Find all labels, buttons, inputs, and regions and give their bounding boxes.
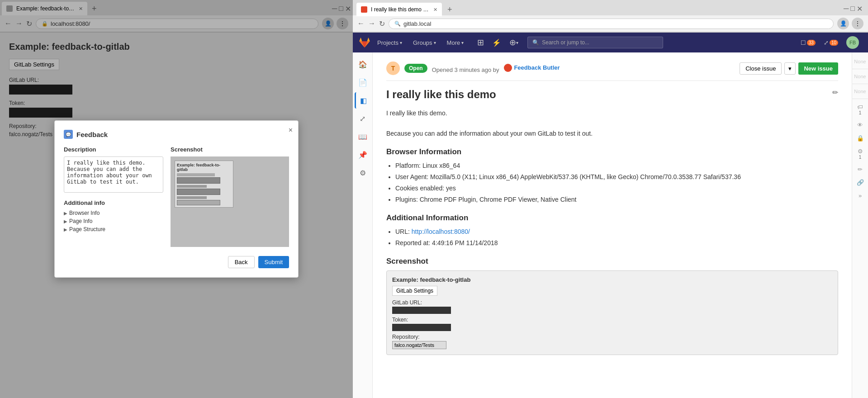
author-avatar <box>504 64 512 72</box>
nav-search-bar[interactable]: 🔍 Search or jump to... <box>527 37 663 48</box>
screenshot-repo-label: Repository: <box>392 334 832 340</box>
screenshot-gitlab-url-label: GitLab URL: <box>392 299 832 306</box>
gitlab-logo[interactable] <box>358 36 371 49</box>
feedback-modal: 💬 Feedback × Description I really like t… <box>54 120 299 278</box>
browser-info-title: Browser Information <box>386 147 838 156</box>
additional-info-url: URL: http://localhost:8080/ <box>395 227 838 237</box>
sidebar-right-none-2: None <box>853 71 868 82</box>
description-textarea[interactable]: I really like this demo. Because you can… <box>64 156 163 193</box>
screenshot-label: Screenshot <box>171 146 289 153</box>
nav-add-icon[interactable]: ⊕ ▾ <box>506 33 522 52</box>
nav-merge-icon[interactable]: ⤢ 10 <box>820 33 842 52</box>
sidebar-right-watch[interactable]: 👁 <box>853 119 868 131</box>
right-tab-active[interactable]: I really like this demo Bec... ✕ <box>356 3 442 16</box>
author-name[interactable]: Feedback Butler <box>514 64 560 71</box>
nav-projects-label: Projects <box>377 39 398 46</box>
menu-icon-right[interactable]: ⋮ <box>852 18 863 29</box>
right-tab-title: I really like this demo Bec... <box>371 6 430 13</box>
issue-meta: Opened 3 minutes ago by Feedback Butler <box>432 64 735 73</box>
window-minimize-right[interactable]: ─ <box>844 5 849 13</box>
browser-info-list: Platform: Linux x86_64 User Agent: Mozil… <box>386 161 838 204</box>
new-issue-button[interactable]: New issue <box>798 62 838 75</box>
nav-right-icons: ☐ 33 ⤢ 10 FB <box>797 33 863 52</box>
page-structure-trigger[interactable]: ▶ Page Structure <box>64 226 163 232</box>
profile-icon-right[interactable]: 👤 <box>837 18 849 29</box>
sidebar-right-lock[interactable]: 🔒 <box>853 132 868 144</box>
page-structure-accordion[interactable]: ▶ Page Structure <box>64 226 163 232</box>
participants-count: 1 <box>859 155 862 160</box>
nav-pipeline-icon[interactable]: ⚡ <box>489 33 505 52</box>
sidebar-right-tags[interactable]: 🏷 1 <box>853 101 868 118</box>
browser-info-arrow: ▶ <box>64 211 67 216</box>
sidebar-merge-icon[interactable]: ⤢ <box>355 110 371 127</box>
nav-projects[interactable]: Projects ▾ <box>373 33 407 52</box>
close-issue-button[interactable]: Close issue <box>740 62 782 75</box>
issue-main-content: T Open Opened 3 minutes ago by Feedback … <box>373 52 852 398</box>
issue-page: 🏠 📄 ◧ ⤢ 📖 📌 ⚙ T Open Opened 3 minutes ag… <box>353 52 868 398</box>
sidebar-issues-icon[interactable]: ◧ <box>355 92 371 109</box>
sidebar-file-icon[interactable]: 📄 <box>355 74 371 90</box>
url-bar-right[interactable]: 🔍 gitlab.local <box>389 19 834 29</box>
submit-button[interactable]: Submit <box>258 256 289 268</box>
sidebar-settings-icon[interactable]: ⚙ <box>355 165 371 181</box>
sidebar-flag-icon[interactable]: 📌 <box>355 147 371 163</box>
forward-button-right[interactable]: → <box>368 19 375 28</box>
sidebar-right-edit[interactable]: ✏ <box>853 163 868 175</box>
url-link[interactable]: http://localhost:8080/ <box>412 228 470 235</box>
nav-groups-chevron: ▾ <box>434 40 436 45</box>
tab-favicon-right <box>361 6 367 13</box>
author-info: Feedback Butler <box>504 64 560 72</box>
issue-body: I really like this demo. Because you can… <box>386 108 838 138</box>
browser-chrome-right: I really like this demo Bec... ✕ + ─ □ ✕… <box>353 0 868 33</box>
sidebar-divider-3 <box>852 99 868 99</box>
nav-issues-icon[interactable]: ☐ 33 <box>797 33 819 52</box>
nav-activity-icon[interactable]: ⊞ <box>474 33 488 52</box>
modal-screenshot-section: Screenshot Example: feedback-to-gitlab <box>171 146 289 247</box>
screenshot-preview-area: Example: feedback-to-gitlab <box>171 156 289 247</box>
screenshot-page-title: Example: feedback-to-gitlab <box>392 276 832 283</box>
right-panel: I really like this demo Bec... ✕ + ─ □ ✕… <box>353 0 868 398</box>
sidebar-home-icon[interactable]: 🏠 <box>355 56 371 72</box>
browser-info-accordion[interactable]: ▶ Browser Info <box>64 210 163 216</box>
refresh-button-right[interactable]: ↻ <box>379 19 385 28</box>
nav-avatar[interactable]: FB <box>843 33 863 52</box>
issues-count: 33 <box>807 40 816 46</box>
tags-icon: 🏷 <box>857 104 863 110</box>
browser-info-item-2: Cookies enabled: yes <box>395 184 838 193</box>
gitlab-navbar: Projects ▾ Groups ▾ More ▾ ⊞ ⚡ ⊕ ▾ 🔍 Sea… <box>353 33 868 52</box>
issue-header-bar: T Open Opened 3 minutes ago by Feedback … <box>386 62 838 81</box>
page-structure-arrow: ▶ <box>64 227 67 232</box>
description-label: Description <box>64 146 163 153</box>
sidebar-collapse-btn[interactable]: » <box>853 190 868 202</box>
nav-more[interactable]: More ▾ <box>442 33 469 52</box>
window-maximize-right[interactable]: □ <box>850 5 855 13</box>
search-placeholder: Search or jump to... <box>542 39 589 46</box>
additional-info-list: URL: http://localhost:8080/ Reported at:… <box>386 227 838 248</box>
sidebar-right-participants[interactable]: ⚙ 1 <box>853 145 868 162</box>
participants-icon: ⚙ <box>858 148 863 155</box>
issue-avatar: T <box>386 62 400 75</box>
back-button-right[interactable]: ← <box>357 19 365 28</box>
screenshot-section-title: Screenshot <box>386 257 838 266</box>
page-info-accordion[interactable]: ▶ Page Info <box>64 218 163 224</box>
back-button[interactable]: Back <box>228 256 255 268</box>
issue-edit-icon[interactable]: ✏ <box>832 88 838 97</box>
additional-info-reported: Reported at: 4:49:16 PM 11/14/2018 <box>395 238 838 248</box>
browser-info-trigger[interactable]: ▶ Browser Info <box>64 210 163 216</box>
url-text-right: gitlab.local <box>403 20 431 27</box>
new-tab-button-right[interactable]: + <box>444 5 456 14</box>
modal-title: Feedback <box>76 131 108 138</box>
issue-dropdown-button[interactable]: ▾ <box>784 62 796 75</box>
page-info-trigger[interactable]: ▶ Page Info <box>64 218 163 224</box>
screenshot-settings-btn[interactable]: GitLab Settings <box>392 286 437 296</box>
right-tab-close[interactable]: ✕ <box>433 7 437 13</box>
modal-body: Description I really like this demo. Bec… <box>64 146 289 247</box>
nav-groups[interactable]: Groups ▾ <box>408 33 441 52</box>
modal-close-button[interactable]: × <box>289 126 293 134</box>
screenshot-token-input <box>392 324 451 331</box>
screenshot-repo-value: falco.nogatz/Tests <box>392 341 446 349</box>
sidebar-right-link[interactable]: 🔗 <box>853 176 868 189</box>
issue-body-line1: I really like this demo. <box>386 108 838 118</box>
window-close-right[interactable]: ✕ <box>857 5 863 13</box>
sidebar-book-icon[interactable]: 📖 <box>355 128 371 145</box>
